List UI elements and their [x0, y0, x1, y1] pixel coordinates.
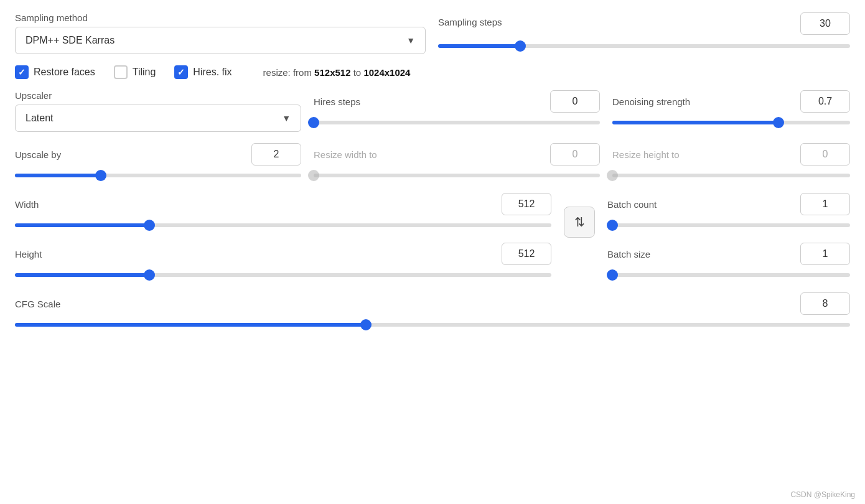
resize-width-slider[interactable]	[314, 169, 600, 182]
restore-faces-label: Restore faces	[34, 67, 95, 78]
upscaler-chevron-icon: ▼	[282, 113, 291, 123]
hires-fix-check-icon: ✓	[177, 67, 185, 77]
height-slider[interactable]	[15, 269, 551, 281]
batch-size-value[interactable]: 1	[800, 243, 850, 265]
sampling-method-label: Sampling method	[15, 12, 426, 23]
batch-count-slider[interactable]	[607, 219, 850, 231]
resize-width-label: Resize width to	[314, 149, 377, 160]
batch-count-label: Batch count	[607, 199, 657, 210]
height-value[interactable]: 512	[502, 243, 551, 265]
upscaler-dropdown[interactable]: Latent ▼	[15, 105, 301, 132]
resize-height-slider[interactable]	[612, 169, 850, 182]
sampling-steps-label: Sampling steps	[438, 17, 502, 27]
hires-fix-label: Hires. fix	[193, 67, 231, 78]
resize-height-label: Resize height to	[612, 149, 680, 160]
denoising-strength-slider[interactable]	[612, 116, 850, 129]
restore-faces-checkbox-box[interactable]: ✓	[15, 65, 29, 79]
resize-info: resize: from 512x512 to 1024x1024	[263, 67, 411, 78]
batch-size-slider[interactable]	[607, 269, 850, 281]
sampling-steps-slider[interactable]	[438, 40, 850, 52]
upscale-by-slider[interactable]	[15, 169, 301, 182]
batch-size-label: Batch size	[607, 249, 650, 259]
cfg-scale-value[interactable]: 8	[800, 292, 850, 315]
swap-dimensions-button[interactable]: ⇅	[564, 207, 595, 238]
cfg-scale-label: CFG Scale	[15, 299, 60, 309]
upscaler-label: Upscaler	[15, 90, 301, 101]
tiling-checkbox-box[interactable]	[114, 65, 128, 79]
denoising-strength-value[interactable]: 0.7	[800, 90, 850, 113]
sampling-method-dropdown[interactable]: DPM++ SDE Karras ▼	[15, 27, 426, 54]
batch-count-value[interactable]: 1	[800, 193, 850, 215]
cfg-scale-slider[interactable]	[15, 319, 850, 331]
hires-fix-checkbox[interactable]: ✓ Hires. fix	[174, 65, 231, 79]
height-label: Height	[15, 249, 42, 259]
restore-faces-check-icon: ✓	[18, 67, 26, 77]
sampling-steps-value[interactable]: 30	[800, 12, 850, 35]
resize-height-value[interactable]: 0	[800, 143, 850, 166]
upscale-by-label: Upscale by	[15, 149, 61, 160]
hires-fix-checkbox-box[interactable]: ✓	[174, 65, 188, 79]
denoising-strength-label: Denoising strength	[612, 96, 690, 107]
tiling-label: Tiling	[133, 67, 156, 78]
resize-width-value[interactable]: 0	[550, 143, 600, 166]
sampling-method-value: DPM++ SDE Karras	[26, 35, 115, 46]
hires-steps-value[interactable]: 0	[550, 90, 600, 113]
chevron-down-icon: ▼	[406, 35, 415, 45]
width-label: Width	[15, 199, 39, 210]
width-value[interactable]: 512	[502, 193, 551, 215]
hires-steps-slider[interactable]	[314, 116, 600, 129]
swap-icon: ⇅	[574, 215, 585, 230]
restore-faces-checkbox[interactable]: ✓ Restore faces	[15, 65, 95, 79]
width-slider[interactable]	[15, 219, 551, 231]
watermark: CSDN @SpikeKing	[790, 490, 855, 499]
upscale-by-value[interactable]: 2	[251, 143, 301, 166]
upscaler-value: Latent	[26, 113, 53, 124]
tiling-checkbox[interactable]: Tiling	[114, 65, 156, 79]
hires-steps-label: Hires steps	[314, 96, 360, 107]
